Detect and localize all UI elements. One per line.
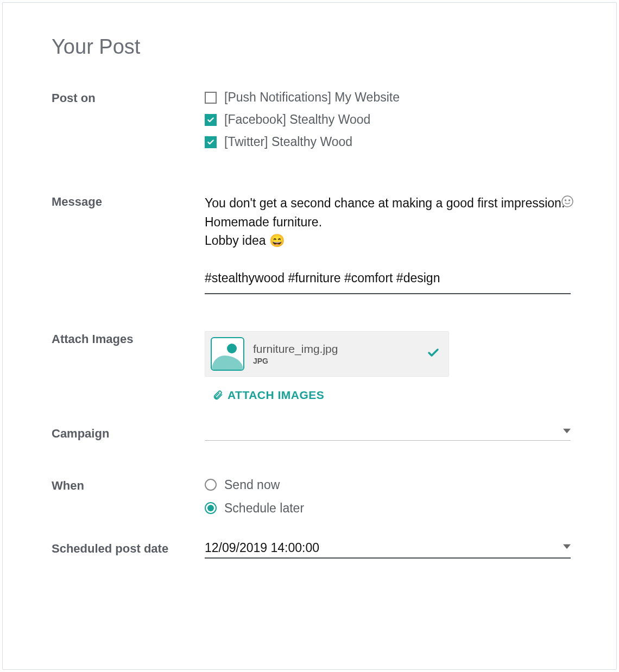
post-on-options: [Push Notifications] My Website [Faceboo…	[205, 90, 571, 157]
post-form-card: Your Post Post on [Push Notifications] M…	[2, 2, 617, 670]
when-options: Send now Schedule later	[205, 478, 571, 524]
attach-images-button-label: ATTACH IMAGES	[228, 389, 324, 402]
checkbox-label: [Twitter] Stealthy Wood	[224, 135, 352, 149]
attach-images-button[interactable]: ATTACH IMAGES	[212, 389, 324, 402]
label-scheduled-date: Scheduled post date	[52, 541, 205, 556]
label-post-on: Post on	[52, 90, 205, 105]
checkbox-label: [Facebook] Stealthy Wood	[224, 112, 370, 127]
svg-point-2	[569, 200, 570, 201]
message-input[interactable]: You don't get a second chance at making …	[205, 194, 571, 294]
caret-down-icon	[563, 543, 571, 553]
post-on-option-facebook[interactable]: [Facebook] Stealthy Wood	[205, 112, 571, 127]
when-option-schedule-later[interactable]: Schedule later	[205, 501, 571, 516]
caret-down-icon	[563, 427, 571, 437]
image-icon	[227, 344, 237, 353]
attachment-card[interactable]: furniture_img.jpg JPG	[205, 331, 449, 377]
checkbox-facebook[interactable]	[205, 114, 217, 126]
when-option-send-now[interactable]: Send now	[205, 478, 571, 492]
attachment-filename: furniture_img.jpg	[253, 343, 427, 356]
check-icon	[427, 346, 440, 362]
scheduled-date-value: 12/09/2019 14:00:00	[205, 541, 571, 559]
scheduled-date-input[interactable]: 12/09/2019 14:00:00	[205, 541, 571, 559]
checkbox-twitter[interactable]	[205, 136, 217, 148]
radio-label: Send now	[224, 478, 280, 492]
label-attach-images: Attach Images	[52, 331, 205, 346]
svg-point-1	[565, 200, 566, 201]
emoji-picker-icon[interactable]	[561, 195, 574, 210]
campaign-value	[205, 426, 571, 441]
radio-schedule-later[interactable]	[205, 502, 217, 514]
post-on-option-twitter[interactable]: [Twitter] Stealthy Wood	[205, 135, 571, 149]
image-icon-hill	[212, 356, 243, 370]
row-campaign: Campaign	[52, 426, 571, 441]
row-when: When Send now Schedule later	[52, 478, 571, 524]
svg-point-0	[562, 196, 573, 207]
radio-send-now[interactable]	[205, 479, 217, 491]
row-post-on: Post on [Push Notifications] My Website …	[52, 90, 571, 157]
message-wrap: You don't get a second chance at making …	[205, 194, 571, 294]
row-scheduled-date: Scheduled post date 12/09/2019 14:00:00	[52, 541, 571, 559]
attachment-thumbnail	[211, 337, 244, 371]
attachment-meta: furniture_img.jpg JPG	[253, 343, 427, 365]
checkbox-push[interactable]	[205, 92, 217, 104]
attach-images-value: furniture_img.jpg JPG ATTACH IMAGES	[205, 331, 571, 403]
paperclip-icon	[212, 390, 223, 401]
label-when: When	[52, 478, 205, 493]
campaign-dropdown[interactable]	[205, 426, 571, 441]
checkbox-label: [Push Notifications] My Website	[224, 90, 400, 105]
label-campaign: Campaign	[52, 426, 205, 441]
scheduled-date-text: 12/09/2019 14:00:00	[205, 541, 319, 555]
radio-label: Schedule later	[224, 501, 304, 516]
post-on-option-push[interactable]: [Push Notifications] My Website	[205, 90, 571, 105]
page-title: Your Post	[52, 35, 571, 59]
attachment-type: JPG	[253, 357, 427, 365]
row-message: Message You don't get a second chance at…	[52, 194, 571, 294]
row-attach-images: Attach Images furniture_img.jpg JPG	[52, 331, 571, 403]
label-message: Message	[52, 194, 205, 209]
